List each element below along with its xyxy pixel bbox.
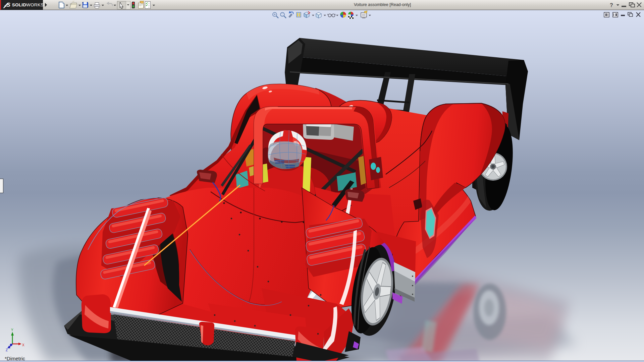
svg-text:?: ?: [610, 2, 613, 8]
svg-text:Z: Z: [6, 348, 8, 352]
svg-text:Y: Y: [11, 328, 13, 332]
svg-text:X: X: [22, 343, 24, 347]
